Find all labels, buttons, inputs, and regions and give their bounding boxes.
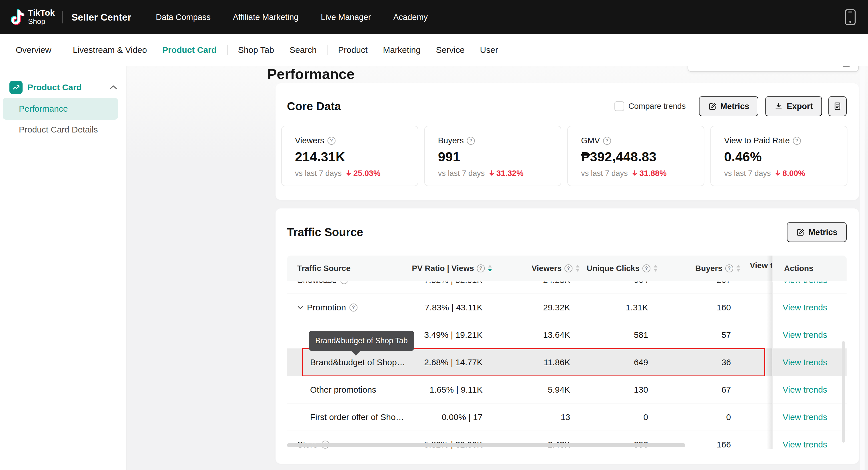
metric-value: 991 bbox=[438, 149, 555, 164]
question-circle-icon[interactable]: ? bbox=[349, 304, 358, 312]
traffic-source-name: Brand&budget of Shop… bbox=[310, 357, 405, 367]
traffic-source-card: Traffic Source Metrics Traffic SourcePV … bbox=[276, 209, 859, 464]
question-circle-icon[interactable]: ? bbox=[477, 264, 485, 273]
mobile-phone-icon[interactable] bbox=[844, 8, 857, 26]
edit-metrics-icon bbox=[708, 102, 717, 111]
compare-period-label: vs last 7 days bbox=[724, 169, 771, 178]
sidebar-item-performance[interactable]: Performance bbox=[3, 98, 118, 120]
cell-actions: View trends bbox=[772, 376, 846, 403]
export-button[interactable]: Export bbox=[765, 96, 822, 116]
column-header-traffic-source: Traffic Source bbox=[287, 256, 411, 281]
compare-trends-label[interactable]: Compare trends bbox=[628, 102, 686, 111]
table-body: Showcase?7.82% | 52.01K24.25K964267View … bbox=[287, 282, 846, 449]
question-circle-icon[interactable]: ? bbox=[467, 137, 475, 145]
top-nav-item-live-manager[interactable]: Live Manager bbox=[321, 12, 371, 22]
top-nav-item-affiliate-marketing[interactable]: Affiliate Marketing bbox=[233, 12, 299, 22]
page-scrollbar[interactable] bbox=[860, 66, 865, 470]
metrics-button-label: Metrics bbox=[808, 227, 837, 237]
view-trends-link[interactable]: View trends bbox=[783, 303, 827, 312]
sort-icon[interactable] bbox=[736, 265, 741, 272]
cell-buyers: 57 bbox=[659, 321, 742, 348]
divider bbox=[62, 45, 62, 55]
sidebar-item-label: Product Card Details bbox=[19, 125, 98, 134]
trend-down-icon bbox=[632, 170, 638, 177]
view-trends-link[interactable]: View trends bbox=[783, 412, 827, 422]
metrics-button-label: Metrics bbox=[720, 102, 749, 111]
cell-viewers: 13.64K bbox=[494, 321, 582, 348]
table-row: Showcase?7.82% | 52.01K24.25K964267View … bbox=[287, 282, 846, 294]
value: 13.64K bbox=[543, 330, 570, 340]
table-vertical-scrollbar[interactable] bbox=[842, 341, 845, 443]
page-title: Performance bbox=[267, 66, 354, 83]
column-header-buyers[interactable]: Buyers? bbox=[659, 256, 742, 281]
question-circle-icon[interactable]: ? bbox=[793, 137, 801, 145]
view-trends-link[interactable]: View trends bbox=[783, 440, 827, 449]
trend-down-icon bbox=[346, 170, 351, 177]
view-trends-link[interactable]: View trends bbox=[783, 282, 827, 285]
value: 267 bbox=[717, 282, 731, 285]
cell-actions: View trends bbox=[772, 431, 846, 449]
tab-product-card[interactable]: Product Card bbox=[155, 45, 224, 55]
tab-overview[interactable]: Overview bbox=[8, 45, 59, 55]
metrics-button[interactable]: Metrics bbox=[699, 96, 758, 116]
tiktok-shop-logo[interactable]: TikTok Shop bbox=[10, 8, 55, 26]
tab-user[interactable]: User bbox=[472, 45, 506, 55]
question-circle-icon[interactable]: ? bbox=[564, 264, 572, 273]
logo-line-2: Shop bbox=[28, 17, 55, 26]
cell-actions: View trends bbox=[772, 404, 846, 431]
view-trends-link[interactable]: View trends bbox=[783, 385, 827, 395]
tab-service[interactable]: Service bbox=[428, 45, 472, 55]
value: 649 bbox=[634, 357, 648, 367]
table-horizontal-scrollbar[interactable] bbox=[287, 443, 685, 447]
column-header-view-to-paid-rate: View to Paid Rate? bbox=[742, 256, 772, 281]
question-circle-icon[interactable]: ? bbox=[725, 264, 733, 273]
question-circle-icon[interactable]: ? bbox=[328, 137, 336, 145]
column-header-label: Actions bbox=[784, 264, 813, 273]
tab-search[interactable]: Search bbox=[282, 45, 324, 55]
app-window: TikTok Shop Seller CenterData CompassAff… bbox=[0, 0, 868, 470]
sort-icon[interactable] bbox=[653, 265, 658, 272]
value: 24.25K bbox=[543, 282, 570, 285]
view-trends-link[interactable]: View trends bbox=[783, 330, 827, 340]
compare-trends-checkbox[interactable] bbox=[615, 101, 624, 111]
sort-icon[interactable] bbox=[488, 265, 492, 272]
tab-marketing[interactable]: Marketing bbox=[375, 45, 428, 55]
metric-card-view-to-paid-rate: View to Paid Rate?0.46%vs last 7 days8.0… bbox=[710, 126, 847, 186]
question-circle-icon[interactable]: ? bbox=[643, 264, 650, 273]
value: 130 bbox=[634, 385, 648, 395]
value: 160 bbox=[717, 303, 731, 312]
top-nav-item-academy[interactable]: Academy bbox=[393, 12, 428, 22]
collapse-chevron-icon[interactable] bbox=[297, 306, 304, 310]
logo-text: TikTok Shop bbox=[28, 8, 55, 26]
metric-compare: vs last 7 days31.32% bbox=[438, 169, 555, 178]
report-button[interactable] bbox=[828, 96, 846, 116]
value: 11.86K bbox=[544, 357, 570, 367]
cell-viewers: 29.32K bbox=[494, 294, 582, 321]
column-header-viewers[interactable]: Viewers? bbox=[494, 256, 582, 281]
trend-down-icon bbox=[775, 170, 781, 177]
traffic-metrics-button[interactable]: Metrics bbox=[787, 222, 846, 242]
metric-cards: Viewers?214.31Kvs last 7 days25.03%Buyer… bbox=[281, 126, 847, 186]
chevron-up-icon[interactable] bbox=[109, 85, 118, 90]
tab-livestream-video[interactable]: Livestream & Video bbox=[65, 45, 155, 55]
view-trends-link[interactable]: View trends bbox=[783, 357, 827, 367]
value: 581 bbox=[634, 330, 648, 340]
question-circle-icon[interactable]: ? bbox=[340, 282, 348, 284]
sidebar-section-product-card[interactable]: Product Card bbox=[9, 81, 118, 94]
sort-icon[interactable] bbox=[575, 265, 580, 272]
value: 0 bbox=[726, 412, 731, 422]
tab-shop-tab[interactable]: Shop Tab bbox=[230, 45, 282, 55]
core-data-card: Core Data Compare trends Metrics bbox=[276, 83, 859, 200]
value: 5.94K bbox=[548, 385, 570, 395]
question-circle-icon[interactable]: ? bbox=[603, 137, 611, 145]
top-nav-item-seller-center[interactable]: Seller Center bbox=[71, 12, 131, 23]
sidebar-item-product-card-details[interactable]: Product Card Details bbox=[19, 125, 98, 134]
column-header-unique-clicks[interactable]: Unique Clicks? bbox=[582, 256, 659, 281]
metric-value: 0.46% bbox=[724, 149, 841, 164]
table-body-viewport: Showcase?7.82% | 52.01K24.25K964267View … bbox=[287, 282, 846, 449]
tab-product[interactable]: Product bbox=[330, 45, 375, 55]
top-nav-item-data-compass[interactable]: Data Compass bbox=[156, 12, 211, 22]
column-header-pv-ratio-views[interactable]: PV Ratio | Views? bbox=[411, 256, 494, 281]
traffic-source-name: Showcase bbox=[297, 282, 337, 285]
traffic-source-name: Other promotions bbox=[310, 385, 376, 395]
